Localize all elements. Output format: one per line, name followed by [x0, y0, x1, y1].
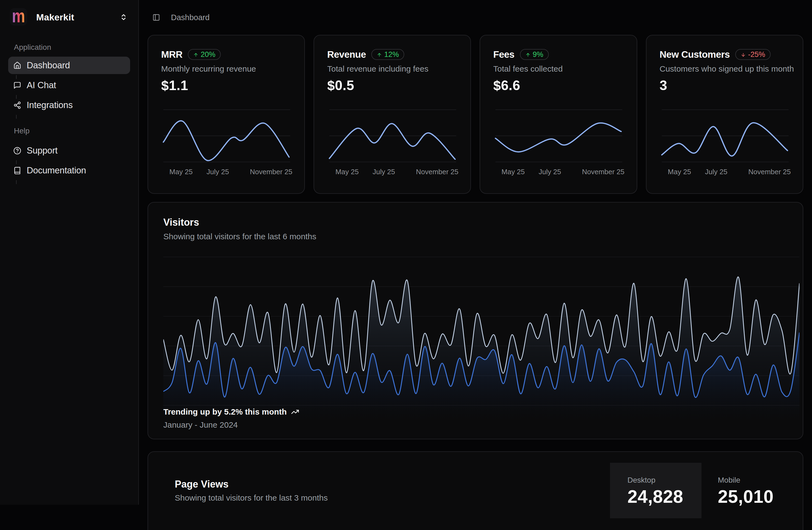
- svg-text:m: m: [12, 8, 25, 26]
